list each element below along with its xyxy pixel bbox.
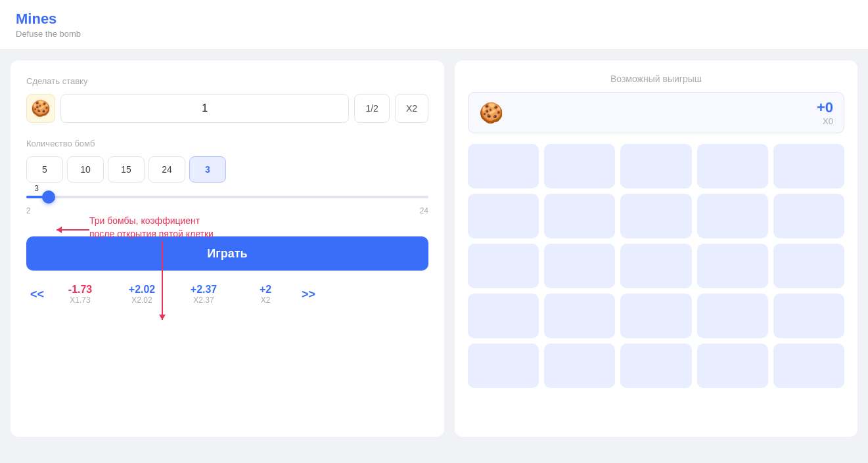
header: Mines Defuse the bomb (0, 0, 868, 50)
bet-input[interactable] (60, 94, 349, 123)
mine-cell[interactable] (620, 244, 691, 288)
mine-cell[interactable] (773, 194, 844, 238)
slider-track[interactable] (26, 196, 428, 198)
history-value-1: +2.02 (129, 284, 155, 296)
bomb-option-10[interactable]: 10 (67, 156, 104, 183)
win-amount: +0 (817, 99, 833, 116)
half-button[interactable]: 1/2 (354, 94, 389, 123)
mines-grid (468, 144, 844, 388)
double-button[interactable]: X2 (395, 94, 428, 123)
bet-label: Сделать ставку (26, 76, 428, 86)
right-panel: Возможный выигрыш 🍪 +0 X0 (455, 60, 857, 437)
win-display: 🍪 +0 X0 (468, 92, 844, 133)
history-multiplier-3: X2 (261, 296, 271, 305)
main-content: Сделать ставку 🍪 1/2 X2 Количество бомб … (0, 50, 868, 447)
bomb-count-row: 5 10 15 24 3 (26, 156, 428, 183)
history-value-2: +2.37 (191, 284, 217, 296)
mine-cell[interactable] (773, 144, 844, 188)
slider-value-above: 3 (34, 184, 39, 193)
history-row: << -1.73 X1.73 +2.02 X2.02 +2.37 X2.37 +… (26, 281, 428, 307)
mine-cell[interactable] (544, 244, 615, 288)
mine-cell[interactable] (468, 343, 539, 388)
bomb-label: Количество бомб (26, 139, 428, 148)
bomb-option-15[interactable]: 15 (108, 156, 145, 183)
mine-cell[interactable] (773, 343, 844, 388)
slider-thumb[interactable] (42, 190, 55, 204)
history-item-0: -1.73 X1.73 (51, 281, 110, 307)
mine-cell[interactable] (544, 194, 615, 238)
history-item-2: +2.37 X2.37 (174, 281, 233, 307)
mine-cell[interactable] (620, 343, 691, 388)
history-multiplier-0: X1.73 (70, 296, 90, 305)
history-multiplier-1: X2.02 (131, 296, 152, 305)
mine-cell[interactable] (620, 294, 691, 338)
history-value-3: +2 (260, 284, 271, 296)
mine-cell[interactable] (544, 144, 615, 188)
history-next-button[interactable]: >> (298, 285, 319, 304)
cookie-icon: 🍪 (26, 94, 55, 123)
slider-labels: 2 24 (26, 206, 428, 215)
possible-win-label: Возможный выигрыш (468, 74, 844, 84)
slider-min-label: 2 (26, 206, 31, 215)
history-multiplier-2: X2.37 (193, 296, 214, 305)
page-title: Mines (16, 11, 852, 28)
mine-cell[interactable] (697, 343, 768, 388)
left-panel: Сделать ставку 🍪 1/2 X2 Количество бомб … (11, 60, 444, 437)
mine-cell[interactable] (697, 244, 768, 288)
mine-cell[interactable] (544, 294, 615, 338)
mine-cell[interactable] (697, 294, 768, 338)
mine-cell[interactable] (468, 144, 539, 188)
history-value-0: -1.73 (68, 284, 92, 296)
bomb-option-24[interactable]: 24 (148, 156, 185, 183)
mine-cell[interactable] (620, 194, 691, 238)
history-item-3: +2 X2 (236, 281, 295, 307)
mine-cell[interactable] (697, 144, 768, 188)
bomb-option-3[interactable]: 3 (189, 156, 226, 183)
slider-max-label: 24 (420, 206, 428, 215)
arrow-left-icon (57, 229, 89, 231)
mine-cell[interactable] (697, 194, 768, 238)
history-prev-button[interactable]: << (26, 285, 48, 304)
win-right: +0 X0 (817, 99, 833, 126)
play-button[interactable]: Играть (26, 236, 428, 271)
win-cookie-icon: 🍪 (479, 101, 503, 124)
page-subtitle: Defuse the bomb (16, 29, 852, 39)
mine-cell[interactable] (620, 144, 691, 188)
bet-row: 🍪 1/2 X2 (26, 94, 428, 123)
mine-cell[interactable] (773, 244, 844, 288)
slider-container: 3 2 24 (26, 196, 428, 215)
history-item-1: +2.02 X2.02 (112, 281, 171, 307)
mine-cell[interactable] (773, 294, 844, 338)
bomb-option-5[interactable]: 5 (26, 156, 63, 183)
mine-cell[interactable] (544, 343, 615, 388)
mine-cell[interactable] (468, 194, 539, 238)
win-multiplier: X0 (817, 116, 833, 126)
mine-cell[interactable] (468, 294, 539, 338)
mine-cell[interactable] (468, 244, 539, 288)
